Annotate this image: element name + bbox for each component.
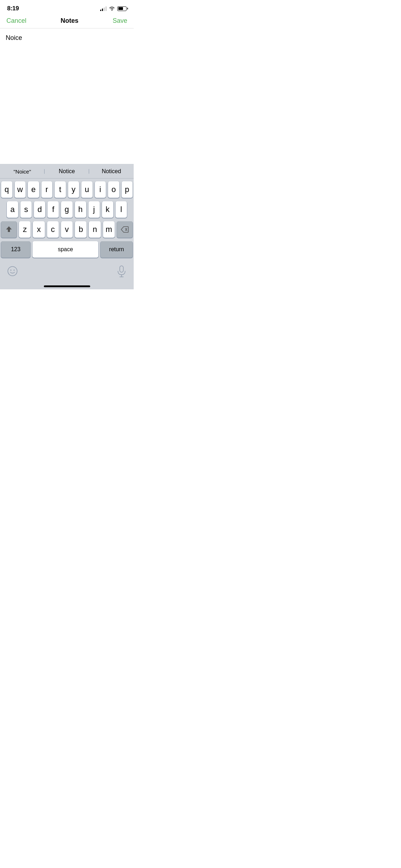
key-x[interactable]: x (33, 221, 45, 238)
shift-icon (5, 226, 12, 233)
autocomplete-item-noticed[interactable]: Noticed (89, 167, 134, 175)
bottom-bar (0, 263, 134, 283)
key-z[interactable]: z (19, 221, 31, 238)
key-o[interactable]: o (108, 181, 119, 198)
cancel-button[interactable]: Cancel (6, 17, 26, 25)
key-n[interactable]: n (89, 221, 101, 238)
svg-rect-4 (120, 266, 123, 272)
key-y[interactable]: y (68, 181, 79, 198)
key-t[interactable]: t (55, 181, 66, 198)
key-l[interactable]: l (115, 201, 127, 218)
numbers-key[interactable]: 123 (1, 241, 30, 258)
return-key[interactable]: return (101, 241, 133, 258)
space-key[interactable]: space (32, 241, 98, 258)
key-v[interactable]: v (61, 221, 73, 238)
key-b[interactable]: b (75, 221, 87, 238)
save-button[interactable]: Save (113, 17, 127, 25)
key-w[interactable]: w (15, 181, 26, 198)
keyboard-row-2: a s d f g h j k l (1, 201, 133, 218)
svg-point-2 (10, 269, 11, 270)
emoji-icon (7, 266, 18, 277)
key-q[interactable]: q (1, 181, 12, 198)
keyboard: q w e r t y u i o p a s d f g h j k l (0, 179, 134, 263)
home-indicator (0, 283, 134, 289)
key-m[interactable]: m (103, 221, 115, 238)
key-s[interactable]: s (20, 201, 32, 218)
key-j[interactable]: j (88, 201, 100, 218)
page-title: Notes (61, 17, 78, 25)
svg-point-1 (8, 267, 17, 276)
keyboard-row-1: q w e r t y u i o p (1, 181, 133, 198)
svg-point-0 (112, 9, 113, 10)
key-g[interactable]: g (61, 201, 72, 218)
home-bar (44, 285, 90, 287)
status-bar: 8:19 (0, 0, 134, 14)
keyboard-row-4: 123 space return (1, 241, 133, 258)
mic-icon (117, 265, 127, 278)
key-f[interactable]: f (47, 201, 59, 218)
status-time: 8:19 (7, 5, 19, 12)
delete-key[interactable] (117, 221, 133, 238)
key-c[interactable]: c (47, 221, 59, 238)
nav-bar: Cancel Notes Save (0, 14, 134, 29)
autocomplete-item-notice[interactable]: Notice (45, 167, 89, 175)
delete-icon (121, 226, 129, 233)
key-i[interactable]: i (95, 181, 106, 198)
key-d[interactable]: d (34, 201, 45, 218)
key-h[interactable]: h (75, 201, 86, 218)
mic-button[interactable] (117, 265, 127, 279)
key-e[interactable]: e (28, 181, 39, 198)
keyboard-container: "Noice" Notice Noticed q w e r t y u i o… (0, 164, 134, 289)
key-r[interactable]: r (41, 181, 53, 198)
signal-icon (100, 6, 107, 11)
shift-key[interactable] (1, 221, 17, 238)
key-k[interactable]: k (102, 201, 113, 218)
battery-icon (117, 6, 127, 11)
autocomplete-item-quoted[interactable]: "Noice" (0, 168, 45, 175)
note-text: Noice (6, 34, 22, 41)
key-u[interactable]: u (81, 181, 93, 198)
keyboard-row-3: z x c v b n m (1, 221, 133, 238)
svg-point-3 (14, 269, 15, 270)
key-p[interactable]: p (122, 181, 133, 198)
autocomplete-bar: "Noice" Notice Noticed (0, 164, 134, 179)
wifi-icon (109, 6, 115, 12)
note-content-area[interactable]: Noice (0, 29, 134, 135)
emoji-button[interactable] (7, 266, 18, 279)
status-icons (100, 6, 127, 12)
key-a[interactable]: a (7, 201, 18, 218)
